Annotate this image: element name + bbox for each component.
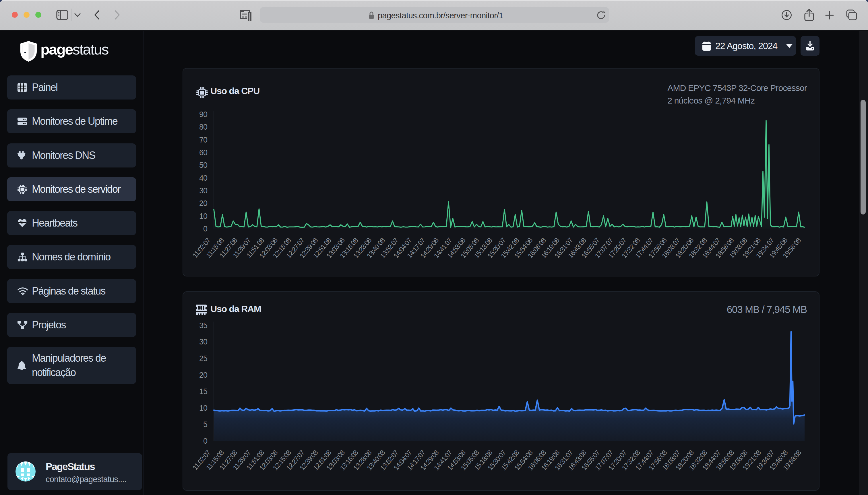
svg-text:30: 30 (199, 186, 207, 195)
svg-text:70: 70 (199, 136, 207, 144)
svg-text:10: 10 (199, 212, 207, 221)
svg-text:60: 60 (199, 148, 207, 157)
svg-text:0: 0 (203, 225, 207, 233)
svg-text:0: 0 (203, 437, 207, 445)
svg-text:10: 10 (199, 404, 207, 412)
svg-text:80: 80 (199, 123, 207, 131)
svg-text:30: 30 (199, 338, 207, 346)
svg-text:90: 90 (199, 110, 207, 119)
svg-text:35: 35 (199, 321, 207, 330)
svg-text:20: 20 (199, 199, 207, 208)
svg-text:20: 20 (199, 371, 207, 379)
svg-text:40: 40 (199, 174, 207, 183)
svg-text:25: 25 (199, 354, 207, 363)
svg-text:50: 50 (199, 161, 207, 170)
svg-text:15: 15 (199, 387, 207, 396)
svg-text:5: 5 (203, 420, 207, 429)
